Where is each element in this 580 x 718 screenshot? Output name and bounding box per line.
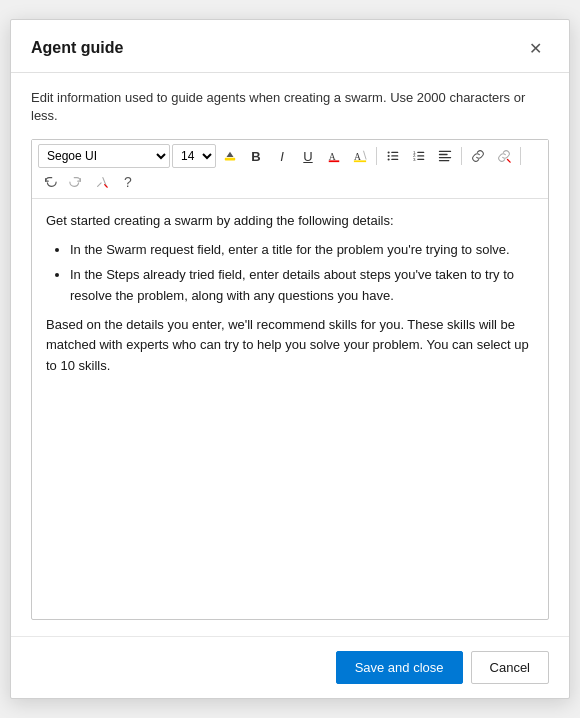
svg-rect-20 <box>439 157 451 158</box>
font-family-select[interactable]: Segoe UI Arial Times New Roman Calibri <box>38 144 170 168</box>
svg-rect-13 <box>417 152 424 153</box>
description-text: Edit information used to guide agents wh… <box>31 89 549 125</box>
toolbar-divider-1 <box>376 147 377 165</box>
dialog-body: Edit information used to guide agents wh… <box>11 73 569 636</box>
numbered-list-button[interactable]: 1. 2. 3. <box>407 144 431 168</box>
clear-format-button[interactable] <box>90 170 114 194</box>
toolbar-divider-3 <box>520 147 521 165</box>
svg-rect-15 <box>417 156 424 157</box>
svg-rect-21 <box>439 160 450 161</box>
svg-point-8 <box>388 155 390 157</box>
align-button[interactable] <box>433 144 457 168</box>
editor-paragraph-1: Get started creating a swarm by adding t… <box>46 211 534 232</box>
bold-button[interactable]: B <box>244 144 268 168</box>
svg-rect-11 <box>391 159 398 160</box>
svg-text:A: A <box>354 151 361 162</box>
svg-point-10 <box>388 159 390 161</box>
save-and-close-button[interactable]: Save and close <box>336 651 463 684</box>
underline-button[interactable]: U <box>296 144 320 168</box>
redo-button[interactable] <box>64 170 88 194</box>
svg-point-6 <box>388 152 390 154</box>
svg-line-22 <box>508 160 511 163</box>
link-button[interactable] <box>466 144 490 168</box>
editor-container: Segoe UI Arial Times New Roman Calibri 8… <box>31 139 549 620</box>
svg-rect-2 <box>329 161 340 163</box>
dialog-title: Agent guide <box>31 39 123 57</box>
highlight-button[interactable] <box>218 144 242 168</box>
toolbar-divider-2 <box>461 147 462 165</box>
svg-rect-18 <box>439 151 451 152</box>
remove-link-button[interactable] <box>492 144 516 168</box>
svg-text:A: A <box>329 151 336 162</box>
help-button[interactable]: ? <box>116 170 140 194</box>
font-color-button[interactable]: A <box>322 144 346 168</box>
dialog-header: Agent guide ✕ <box>11 20 569 73</box>
toolbar: Segoe UI Arial Times New Roman Calibri 8… <box>32 140 548 199</box>
undo-button[interactable] <box>38 170 62 194</box>
svg-rect-7 <box>391 152 398 153</box>
editor-bullet-2: In the Steps already tried field, enter … <box>70 265 534 307</box>
agent-guide-dialog: Agent guide ✕ Edit information used to g… <box>10 19 570 699</box>
cancel-button[interactable]: Cancel <box>471 651 549 684</box>
svg-rect-9 <box>391 156 398 157</box>
dialog-footer: Save and close Cancel <box>11 636 569 698</box>
font-size-select[interactable]: 891011 12141618 2024 <box>172 144 216 168</box>
svg-rect-19 <box>439 154 448 155</box>
close-button[interactable]: ✕ <box>521 34 549 62</box>
svg-text:3.: 3. <box>413 157 417 162</box>
svg-rect-0 <box>225 158 236 161</box>
editor-bullet-list: In the Swarm request field, enter a titl… <box>70 240 534 306</box>
svg-rect-17 <box>417 159 424 160</box>
bullet-list-button[interactable] <box>381 144 405 168</box>
svg-rect-4 <box>354 161 366 163</box>
editor-paragraph-2: Based on the details you enter, we'll re… <box>46 315 534 377</box>
font-highlight-button[interactable]: A <box>348 144 372 168</box>
editor-bullet-1: In the Swarm request field, enter a titl… <box>70 240 534 261</box>
editor-content[interactable]: Get started creating a swarm by adding t… <box>32 199 548 619</box>
svg-line-5 <box>364 151 367 160</box>
italic-button[interactable]: I <box>270 144 294 168</box>
